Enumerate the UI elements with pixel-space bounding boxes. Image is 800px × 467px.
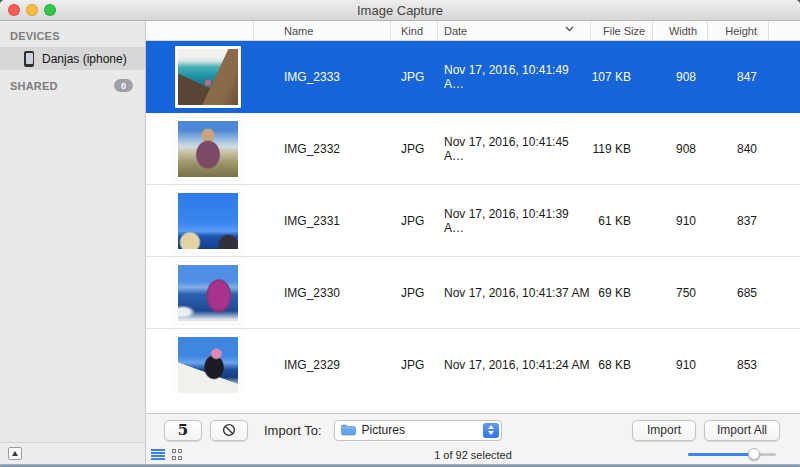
table-row[interactable]: IMG_2333 JPG Nov 17, 2016, 10:41:49 A… 1… (146, 41, 800, 113)
cell-kind: JPG (391, 113, 438, 184)
cell-name: IMG_2329 (254, 329, 391, 393)
column-header-spacer (769, 21, 800, 40)
image-capture-window: Image Capture DEVICES Danjas (iphone) SH… (0, 0, 800, 467)
table-row[interactable]: IMG_2329 JPG Nov 17, 2016, 10:41:24 AM 6… (146, 329, 800, 393)
cell-file-size: 69 KB (591, 257, 653, 328)
sidebar-item-device[interactable]: Danjas (iphone) (0, 47, 145, 70)
import-all-button[interactable]: Import All (704, 420, 780, 441)
cell-height: 685 (708, 257, 769, 328)
cell-date: Nov 17, 2016, 10:41:37 AM (438, 257, 591, 328)
cell-name: IMG_2330 (254, 257, 391, 328)
photo-thumbnail-coast (175, 46, 241, 108)
import-destination-popup[interactable]: Pictures (334, 420, 502, 441)
cell-height: 837 (708, 185, 769, 256)
triangle-up-icon (12, 451, 18, 456)
photo-thumbnail-boat-wave (175, 262, 241, 324)
cell-width: 910 (653, 329, 708, 393)
prohibit-icon (222, 423, 236, 437)
photo-list-pane: Name Kind Date File Size Width Height IM… (146, 21, 800, 464)
devices-section-header: DEVICES (0, 21, 145, 47)
slider-fill (688, 453, 751, 456)
photo-thumbnail-boat-person (175, 334, 241, 394)
cell-file-size: 107 KB (591, 41, 653, 112)
destination-value: Pictures (362, 423, 405, 437)
device-name: Danjas (iphone) (42, 52, 127, 66)
cell-file-size: 68 KB (591, 329, 653, 393)
iphone-icon (24, 51, 34, 67)
import-toolbar: 5 Import To: Pictures Import (146, 413, 800, 446)
shared-label: SHARED (10, 80, 58, 92)
import-to-label: Import To: (264, 423, 322, 438)
title-bar: Image Capture (0, 0, 800, 21)
cell-file-size: 61 KB (591, 185, 653, 256)
folder-icon (341, 424, 356, 436)
rotate-button[interactable]: 5 (164, 420, 202, 441)
column-header-height[interactable]: Height (708, 21, 769, 40)
photo-table: IMG_2333 JPG Nov 17, 2016, 10:41:49 A… 1… (146, 41, 800, 393)
popup-stepper (483, 423, 499, 438)
cell-date: Nov 17, 2016, 10:41:24 AM (438, 329, 591, 393)
cell-name: IMG_2333 (254, 41, 391, 112)
thumbnail-size-slider[interactable] (688, 453, 776, 456)
cell-date: Nov 17, 2016, 10:41:39 A… (438, 185, 591, 256)
window-title: Image Capture (0, 3, 800, 18)
cell-kind: JPG (391, 41, 438, 112)
rotate-icon: 5 (178, 423, 188, 438)
cell-height: 853 (708, 329, 769, 393)
cell-date: Nov 17, 2016, 10:41:49 A… (438, 41, 591, 112)
cell-name: IMG_2331 (254, 185, 391, 256)
cell-height: 847 (708, 41, 769, 112)
table-header: Name Kind Date File Size Width Height (146, 21, 800, 41)
cell-width: 908 (653, 113, 708, 184)
status-bar: 1 of 92 selected (146, 446, 800, 464)
import-button[interactable]: Import (632, 420, 696, 441)
chevron-down-icon (565, 26, 574, 32)
table-row[interactable]: IMG_2332 JPG Nov 17, 2016, 10:41:45 A… 1… (146, 113, 800, 185)
slider-knob[interactable] (748, 448, 760, 460)
photo-thumbnail-arms-raised (175, 118, 241, 180)
shared-count-badge: 0 (114, 79, 133, 92)
cell-kind: JPG (391, 329, 438, 393)
table-row[interactable]: IMG_2331 JPG Nov 17, 2016, 10:41:39 A… 6… (146, 185, 800, 257)
cell-file-size: 119 KB (591, 113, 653, 184)
cell-kind: JPG (391, 185, 438, 256)
column-header-file-size[interactable]: File Size (591, 21, 653, 40)
cell-kind: JPG (391, 257, 438, 328)
photo-thumbnail-sea (175, 190, 241, 252)
cell-width: 908 (653, 41, 708, 112)
sidebar: DEVICES Danjas (iphone) SHARED 0 (0, 21, 146, 464)
cell-width: 750 (653, 257, 708, 328)
delete-button[interactable] (210, 420, 248, 441)
cell-name: IMG_2332 (254, 113, 391, 184)
device-settings-toggle-button[interactable] (8, 447, 22, 460)
table-row[interactable]: IMG_2330 JPG Nov 17, 2016, 10:41:37 AM 6… (146, 257, 800, 329)
column-header-kind[interactable]: Kind (391, 21, 438, 40)
column-header-date[interactable]: Date (438, 21, 591, 40)
cell-date: Nov 17, 2016, 10:41:45 A… (438, 113, 591, 184)
column-header-width[interactable]: Width (653, 21, 708, 40)
sidebar-footer (0, 442, 145, 464)
cell-height: 840 (708, 113, 769, 184)
column-header-name[interactable]: Name (254, 21, 391, 40)
column-header-thumbnail (146, 21, 254, 40)
shared-section-header: SHARED 0 (0, 70, 145, 97)
cell-width: 910 (653, 185, 708, 256)
